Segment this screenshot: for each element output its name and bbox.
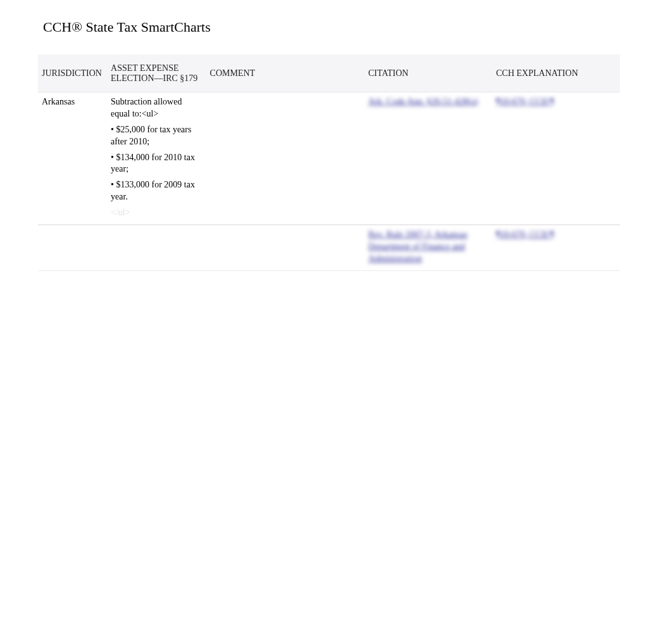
col-jurisdiction: JURISDICTION xyxy=(38,54,107,92)
cell-comment xyxy=(206,225,364,271)
asset-expense-trail: </ul> xyxy=(111,208,130,217)
cell-jurisdiction xyxy=(38,225,107,271)
cch-explanation-link[interactable]: ¶10-670, CCH ¶ xyxy=(496,97,554,106)
col-citation: CITATION xyxy=(364,54,492,92)
asset-expense-bullet: • $25,000 for tax years after 2010; xyxy=(111,124,202,148)
citation-link[interactable]: Ark. Code Ann. §26-51-428(a) xyxy=(368,97,478,106)
asset-expense-bullet: • $134,000 for 2010 tax year; xyxy=(111,152,202,176)
cell-jurisdiction: Arkansas xyxy=(38,92,107,225)
cell-cch-explanation: ¶10-670, CCH ¶ xyxy=(492,225,620,271)
smartchart-table: JURISDICTION ASSET EXPENSE ELECTION—IRC … xyxy=(38,54,620,271)
cell-citation: Ark. Code Ann. §26-51-428(a) xyxy=(364,92,492,225)
cch-explanation-link[interactable]: ¶10-670, CCH ¶ xyxy=(496,230,554,239)
page-title: CCH® State Tax SmartCharts xyxy=(43,19,647,35)
table-row: Rev. Rule 2007-3, Arkansas Department of… xyxy=(38,225,620,271)
asset-expense-bullet: • $133,000 for 2009 tax year. xyxy=(111,179,202,203)
asset-expense-intro: Subtraction allowed equal to:<ul> xyxy=(111,97,182,118)
cell-asset-expense xyxy=(107,225,206,271)
smartchart-table-wrap: JURISDICTION ASSET EXPENSE ELECTION—IRC … xyxy=(38,54,634,271)
cell-cch-explanation: ¶10-670, CCH ¶ xyxy=(492,92,620,225)
table-header-row: JURISDICTION ASSET EXPENSE ELECTION—IRC … xyxy=(38,54,620,92)
cell-citation: Rev. Rule 2007-3, Arkansas Department of… xyxy=(364,225,492,271)
col-comment: COMMENT xyxy=(206,54,364,92)
table-row: Arkansas Subtraction allowed equal to:<u… xyxy=(38,92,620,225)
col-cch-explanation: CCH EXPLANATION xyxy=(492,54,620,92)
cell-comment xyxy=(206,92,364,225)
citation-link[interactable]: Rev. Rule 2007-3, Arkansas Department of… xyxy=(368,230,468,263)
cell-asset-expense: Subtraction allowed equal to:<ul> • $25,… xyxy=(107,92,206,225)
col-asset-expense: ASSET EXPENSE ELECTION—IRC §179 xyxy=(107,54,206,92)
